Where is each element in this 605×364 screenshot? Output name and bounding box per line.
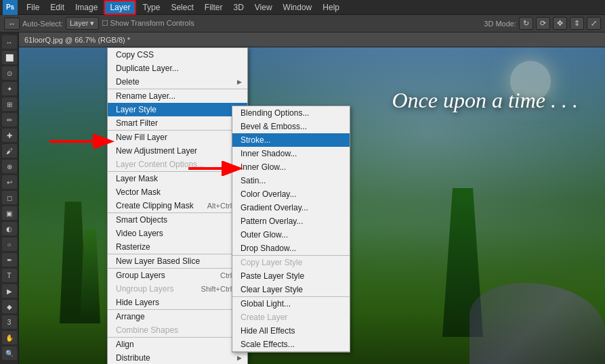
blending-options-label: Blending Options... (241, 108, 309, 118)
copy-css-label: Copy CSS (116, 50, 154, 60)
menu-item-layer-style[interactable]: Layer Style ▶ (108, 103, 247, 116)
menu-item-group-layers[interactable]: Group Layers Ctrl+G (108, 269, 247, 282)
bevel-emboss-label: Bevel & Emboss... (241, 122, 307, 131)
3d-pan-btn[interactable]: ✥ (553, 17, 567, 30)
submenu-satin[interactable]: Satin... (232, 174, 350, 187)
submenu-drop-shadow[interactable]: Drop Shadow... (232, 242, 350, 255)
3d-mode-label: 3D Mode: (484, 20, 516, 28)
distribute-arrow: ▶ (237, 355, 242, 361)
submenu-blending-options[interactable]: Blending Options... (232, 106, 350, 120)
copy-layer-style-label: Copy Layer Style (241, 258, 302, 267)
menu-layer[interactable]: Layer (104, 0, 136, 15)
menu-select[interactable]: Select (166, 1, 198, 14)
menu-help[interactable]: Help (318, 1, 344, 14)
delete-label: Delete (116, 77, 140, 87)
menu-item-hide-layers[interactable]: Hide Layers (108, 296, 247, 309)
tool-gradient[interactable]: ▣ (2, 206, 17, 220)
menu-window[interactable]: Window (278, 1, 317, 14)
submenu-scale-effects[interactable]: Scale Effects... (232, 338, 350, 351)
submenu-bevel-emboss[interactable]: Bevel & Emboss... (232, 120, 350, 133)
distribute-label: Distribute (116, 353, 150, 363)
3d-scale-btn[interactable]: ⤢ (587, 17, 601, 30)
menu-item-copy-css[interactable]: Copy CSS (108, 48, 247, 62)
menu-item-delete[interactable]: Delete ▶ (108, 75, 247, 89)
gradient-overlay-label: Gradient Overlay... (241, 203, 308, 212)
menu-item-new-adjustment-layer[interactable]: New Adjustment Layer ▶ (108, 144, 247, 158)
left-toolbox: ↔ ⬜ ⊙ ✦ ⊞ ✏ ✚ 🖌 ⊕ ↩ ◻ ▣ ◐ ○ ✒ T ▶ ◆ 3 ✋ … (0, 32, 19, 364)
submenu-stroke[interactable]: Stroke... (232, 133, 350, 147)
tool-blur[interactable]: ◐ (2, 222, 17, 235)
menu-view[interactable]: View (250, 1, 277, 14)
tool-history[interactable]: ↩ (2, 175, 17, 189)
duplicate-layer-label: Duplicate Layer... (116, 64, 179, 73)
menu-item-rasterize[interactable]: Rasterize ▶ (108, 240, 247, 254)
submenu-gradient-overlay[interactable]: Gradient Overlay... (232, 201, 350, 214)
stroke-label: Stroke... (241, 135, 271, 145)
pattern-overlay-label: Pattern Overlay... (241, 217, 303, 226)
tool-eraser[interactable]: ◻ (2, 191, 17, 204)
menu-item-smart-filter[interactable]: Smart Filter ▶ (108, 116, 247, 130)
tool-hand[interactable]: ✋ (2, 331, 17, 344)
tool-select-rect[interactable]: ⬜ (2, 51, 17, 64)
menu-item-align[interactable]: Align ▶ (108, 338, 247, 351)
tool-crop[interactable]: ⊞ (2, 97, 17, 111)
3d-rotate-btn[interactable]: ↻ (519, 17, 533, 30)
rename-layer-label: Rename Layer... (116, 91, 175, 101)
submenu-pattern-overlay[interactable]: Pattern Overlay... (232, 214, 350, 228)
tool-3d[interactable]: 3 (2, 315, 17, 329)
menu-item-video-layers[interactable]: Video Layers ▶ (108, 227, 247, 240)
submenu-color-overlay[interactable]: Color Overlay... (232, 187, 350, 201)
menu-item-new-layer-based-slice[interactable]: New Layer Based Slice (108, 254, 247, 268)
tool-shape[interactable]: ◆ (2, 300, 17, 313)
new-adjustment-label: New Adjustment Layer (116, 146, 197, 156)
submenu-section-2: Copy Layer Style Paste Layer Style Clear… (232, 256, 350, 297)
3d-roll-btn[interactable]: ⟳ (536, 17, 550, 30)
tool-magic-wand[interactable]: ✦ (2, 82, 17, 95)
submenu-hide-all-effects[interactable]: Hide All Effects (232, 324, 350, 338)
scale-effects-label: Scale Effects... (241, 340, 295, 349)
tool-heal[interactable]: ✚ (2, 129, 17, 142)
menu-type[interactable]: Type (138, 1, 165, 14)
tool-lasso[interactable]: ⊙ (2, 66, 17, 80)
tool-path-select[interactable]: ▶ (2, 284, 17, 298)
menu-item-new-fill-layer[interactable]: New Fill Layer ▶ (108, 131, 247, 144)
tool-brush[interactable]: 🖌 (2, 144, 17, 158)
vector-mask-label: Vector Mask (116, 187, 161, 197)
hide-all-effects-label: Hide All Effects (241, 326, 295, 336)
move-tool-btn[interactable]: ↔ (4, 18, 20, 30)
menu-item-rename-layer[interactable]: Rename Layer... (108, 89, 247, 103)
canvas-tab[interactable]: 61loorQ.jpg @ 66.7% (RGB/8) * (19, 32, 605, 47)
layer-style-label: Layer Style (116, 105, 157, 114)
menu-file[interactable]: File (22, 1, 44, 14)
create-layer-label: Create Layer (241, 313, 287, 322)
menu-item-vector-mask[interactable]: Vector Mask ▶ (108, 185, 247, 199)
tool-clone[interactable]: ⊕ (2, 160, 17, 173)
menu-image[interactable]: Image (70, 1, 102, 14)
submenu-outer-glow[interactable]: Outer Glow... (232, 228, 350, 242)
submenu-inner-shadow[interactable]: Inner Shadow... (232, 147, 350, 160)
auto-select-dropdown[interactable]: Layer ▾ (66, 17, 99, 30)
submenu-inner-glow[interactable]: Inner Glow... (232, 160, 350, 174)
video-layers-label: Video Layers (116, 229, 163, 238)
tool-move[interactable]: ↔ (2, 35, 17, 49)
menu-item-smart-objects[interactable]: Smart Objects ▶ (108, 213, 247, 227)
delete-arrow: ▶ (237, 78, 242, 85)
tool-eyedropper[interactable]: ✏ (2, 113, 17, 127)
ps-logo: Ps (3, 0, 18, 15)
submenu-paste-layer-style[interactable]: Paste Layer Style (232, 269, 350, 283)
menu-item-duplicate-layer[interactable]: Duplicate Layer... (108, 62, 247, 75)
menu-filter[interactable]: Filter (200, 1, 228, 14)
rasterize-label: Rasterize (116, 242, 150, 252)
menu-item-distribute[interactable]: Distribute ▶ (108, 351, 247, 364)
tool-type[interactable]: T (2, 269, 17, 282)
3d-slide-btn[interactable]: ⇕ (570, 17, 584, 30)
tool-pen[interactable]: ✒ (2, 253, 17, 267)
tool-dodge[interactable]: ○ (2, 237, 17, 251)
menu-item-create-clipping-mask[interactable]: Create Clipping Mask Alt+Ctrl+G (108, 199, 247, 212)
submenu-global-light[interactable]: Global Light... (232, 297, 350, 311)
submenu-clear-layer-style[interactable]: Clear Layer Style (232, 283, 350, 296)
menu-edit[interactable]: Edit (45, 1, 69, 14)
menu-item-arrange[interactable]: Arrange ▶ (108, 310, 247, 323)
menu-3d[interactable]: 3D (228, 1, 248, 14)
tool-zoom[interactable]: 🔍 (2, 346, 17, 360)
